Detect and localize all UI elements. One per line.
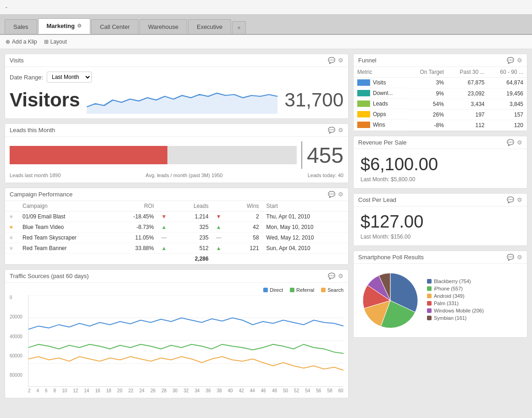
leads-body: 455 Leads last month 1890 Avg. leads / m… <box>5 137 348 183</box>
funnel-metric: Opps <box>354 109 408 120</box>
funnel-col-target: On Target <box>408 67 448 78</box>
visits-header: Visits 💬 ⚙ <box>5 54 348 67</box>
poll-widget: Smartphone Poll Results 💬 ⚙ Blackberry (… <box>353 251 527 338</box>
poll-legend-label: Android (349) <box>434 293 465 299</box>
traffic-comment-icon[interactable]: 💬 <box>328 273 335 279</box>
leads-bar-container: 455 <box>10 141 344 169</box>
leads-comment-icon[interactable]: 💬 <box>328 127 335 134</box>
poll-legend-dot <box>427 294 432 298</box>
poll-comment-icon[interactable]: 💬 <box>507 254 514 261</box>
leads-widget: Leads this Month 💬 ⚙ 455 Leads last mont… <box>5 123 349 183</box>
revenue-body: $6,100.00 Last Month: $5,800.00 <box>354 149 527 188</box>
revenue-comment-icon[interactable]: 💬 <box>507 139 514 146</box>
table-row: ★ Blue Team Video -8.73% ▲ 325 ▲ 42 Mon,… <box>5 222 348 233</box>
revenue-controls: 💬 ⚙ <box>507 139 522 146</box>
funnel-col-past30: Past 30 ... <box>448 67 488 78</box>
campaign-roi: -8.73% <box>114 222 157 233</box>
poll-legend-item: Android (349) <box>427 293 484 299</box>
campaign-wins-dir: — <box>212 233 233 243</box>
table-row: ★ Red Team Skyscraper 11.05% — 235 — 58 … <box>5 233 348 243</box>
cost-controls: 💬 ⚙ <box>507 196 522 203</box>
leads-title: Leads this Month <box>10 127 55 134</box>
campaign-start: Thu, Apr 01, 2010 <box>263 212 348 222</box>
add-klip-button[interactable]: ⊕ Add a Klip <box>6 39 37 45</box>
visits-title: Visits <box>10 57 24 64</box>
poll-legend-item: Blackberry (754) <box>427 279 484 284</box>
date-range-row: Date Range: Last Month This Month Last 7… <box>10 72 344 83</box>
funnel-row: Opps 26% 197 157 <box>354 109 527 120</box>
leads-value: 455 <box>307 143 344 168</box>
visits-controls: 💬 ⚙ <box>328 57 344 64</box>
tab-sales[interactable]: Sales <box>5 19 37 34</box>
traffic-controls: 💬 ⚙ <box>328 273 344 279</box>
marketing-gear-icon[interactable]: ⚙ <box>77 23 82 29</box>
campaign-wins-dir: ▼ <box>212 212 233 222</box>
campaign-roi: -18.45% <box>114 212 157 222</box>
campaign-comment-icon[interactable]: 💬 <box>328 191 335 198</box>
campaign-leads: 1,214 <box>177 212 212 222</box>
funnel-past60: 19,456 <box>488 88 527 99</box>
poll-legend-dot <box>427 316 432 320</box>
tab-marketing[interactable]: Marketing ⚙ <box>38 18 90 34</box>
leads-footer-mid: Avg. leads / month (past 3M) 1950 <box>146 173 223 178</box>
tab-callcenter[interactable]: Call Center <box>91 19 139 34</box>
campaign-wins-dir: ▲ <box>212 222 233 233</box>
cost-header: Cost Per Lead 💬 ⚙ <box>354 194 527 206</box>
layout-button[interactable]: ⊞ Layout <box>44 39 67 45</box>
funnel-metric: Leads <box>354 99 408 109</box>
cost-comment-icon[interactable]: 💬 <box>507 196 514 203</box>
left-column: Visits 💬 ⚙ Date Range: Last Month This M… <box>5 54 349 398</box>
funnel-col-past60: 60 - 90 ... <box>488 67 527 78</box>
funnel-widget: Funnel 💬 ⚙ Metric On Target Past 30 ... … <box>353 54 527 131</box>
leads-footer-left: Leads last month 1890 <box>10 173 61 178</box>
poll-legend-item: iPhone (557) <box>427 286 484 291</box>
campaign-start: Wed, May 12, 2010 <box>263 233 348 243</box>
legend-dot <box>290 288 294 292</box>
date-range-select[interactable]: Last Month This Month Last 7 Days <box>47 72 92 83</box>
tab-warehouse[interactable]: Warehouse <box>139 19 187 34</box>
star-cell: ★ <box>5 212 19 222</box>
leads-bar-fill <box>10 146 167 164</box>
campaign-roi-dir: — <box>157 233 177 243</box>
funnel-col-metric: Metric <box>354 67 408 78</box>
date-range-label: Date Range: <box>10 74 43 81</box>
poll-legend: Blackberry (754)iPhone (557)Android (349… <box>427 279 484 323</box>
poll-title: Smartphone Poll Results <box>358 254 424 261</box>
col-header-wins: Wins <box>232 201 262 212</box>
col-header-roi-dir <box>157 201 177 212</box>
cost-gear-icon[interactable]: ⚙ <box>517 196 522 203</box>
visits-comment-icon[interactable]: 💬 <box>328 57 335 64</box>
visits-widget: Visits 💬 ⚙ Date Range: Last Month This M… <box>5 54 349 119</box>
traffic-widget: Traffic Sources (past 60 days) 💬 ⚙ Direc… <box>5 269 349 398</box>
poll-controls: 💬 ⚙ <box>507 254 522 261</box>
leads-header: Leads this Month 💬 ⚙ <box>5 124 348 137</box>
tab-executive[interactable]: Executive <box>188 19 231 34</box>
col-header-campaign <box>5 201 19 212</box>
funnel-row: Leads 54% 3,434 3,845 <box>354 99 527 109</box>
leads-gear-icon[interactable]: ⚙ <box>338 127 344 134</box>
table-row-total: 2,286 <box>5 254 348 264</box>
campaign-title: Campaign Performance <box>10 191 72 198</box>
campaign-roi-dir: ▲ <box>157 243 177 254</box>
poll-legend-dot <box>427 301 432 306</box>
campaign-roi: 33.88% <box>114 243 157 254</box>
traffic-gear-icon[interactable]: ⚙ <box>338 273 344 279</box>
poll-gear-icon[interactable]: ⚙ <box>517 254 522 261</box>
revenue-widget: Revenue Per Sale 💬 ⚙ $6,100.00 Last Mont… <box>353 136 527 189</box>
revenue-gear-icon[interactable]: ⚙ <box>517 139 522 146</box>
poll-legend-label: Windows Mobile (206) <box>434 308 484 313</box>
funnel-comment-icon[interactable]: 💬 <box>507 57 514 64</box>
leads-footer: Leads last month 1890 Avg. leads / month… <box>10 173 344 178</box>
funnel-title: Funnel <box>358 57 377 64</box>
campaign-gear-icon[interactable]: ⚙ <box>338 191 344 198</box>
visitors-value: 31,700 <box>285 89 344 111</box>
add-tab-button[interactable]: + <box>232 21 246 34</box>
campaign-wins: 42 <box>232 222 262 233</box>
funnel-on-target: -8% <box>408 120 448 130</box>
poll-body: Blackberry (754)iPhone (557)Android (349… <box>354 264 527 337</box>
funnel-past30: 67,875 <box>448 78 488 89</box>
cost-value: $127.00 <box>360 212 520 232</box>
poll-pie-chart <box>358 268 422 333</box>
funnel-gear-icon[interactable]: ⚙ <box>517 57 522 64</box>
visits-gear-icon[interactable]: ⚙ <box>338 57 344 64</box>
